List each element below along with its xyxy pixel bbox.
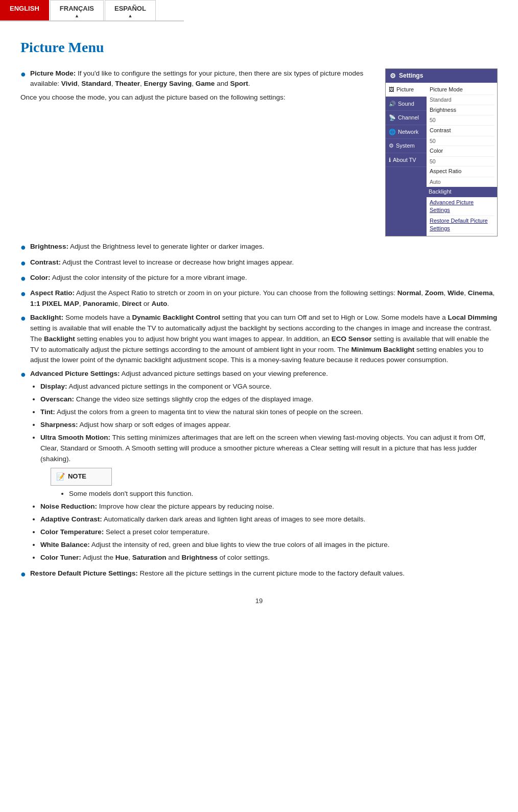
intro-text: ● Picture Mode: If you'd like to configu… xyxy=(20,68,375,108)
top-section: ● Picture Mode: If you'd like to configu… xyxy=(20,68,498,237)
backlight-text: Backlight: Some models have a Dynamic Ba… xyxy=(30,313,498,366)
lang-tab-english[interactable]: ENGLISH xyxy=(0,0,49,20)
body-section: ● Brightness: Adjust the Brightness leve… xyxy=(20,242,498,581)
about-tv-menu-icon: ℹ xyxy=(389,156,391,164)
lang-francais-arrow: ▲ xyxy=(60,14,94,18)
settings-menu-picture[interactable]: 🖼 Picture xyxy=(386,83,427,97)
note-label: NOTE xyxy=(68,471,86,482)
detail-restore-picture[interactable]: Restore Default Picture Settings xyxy=(430,216,494,234)
channel-menu-icon: 📡 xyxy=(389,113,396,122)
detail-color-val: 50 xyxy=(430,157,494,167)
note-box: 📝 NOTE xyxy=(51,468,112,486)
settings-menu-about-tv[interactable]: ℹ About TV xyxy=(386,153,427,168)
bullet-restore: ● Restore Default Picture Settings: Rest… xyxy=(20,568,498,581)
lang-espanol-label: ESPAÑOL xyxy=(114,5,146,12)
settings-menu-picture-label: Picture xyxy=(396,85,414,94)
sub-sharpness: Sharpness: Adjust how sharp or soft edge… xyxy=(40,420,498,431)
intro-bullet-picture-mode: ● Picture Mode: If you'd like to configu… xyxy=(20,68,375,90)
sub-noise-reduction: Noise Reduction: Improve how clear the p… xyxy=(40,501,498,512)
note-icon: 📝 xyxy=(56,471,65,483)
detail-backlight: Backlight xyxy=(427,187,497,197)
detail-picture-mode: Picture Mode xyxy=(430,85,494,95)
lang-francais-label: FRANÇAIS xyxy=(60,5,94,12)
advanced-sub-list: Display: Adjust advanced picture setting… xyxy=(40,381,498,563)
settings-detail: Picture Mode Standard Brightness 50 Cont… xyxy=(427,83,497,236)
sub-display: Display: Adjust advanced picture setting… xyxy=(40,381,498,392)
system-menu-icon: ⚙ xyxy=(389,141,394,150)
bullet-aspect-ratio: ● Aspect Ratio: Adjust the Aspect Ratio … xyxy=(20,288,498,309)
settings-menu-system[interactable]: ⚙ System xyxy=(386,139,427,153)
settings-menu-about-tv-label: About TV xyxy=(393,156,416,164)
lang-espanol-arrow: ▲ xyxy=(114,14,146,18)
main-content: Picture Menu ● Picture Mode: If you'd li… xyxy=(0,21,518,637)
settings-menu-system-label: System xyxy=(396,141,415,150)
sub-tint: Tint: Adjust the colors from a green to … xyxy=(40,407,498,418)
detail-contrast: Contrast xyxy=(430,126,494,136)
detail-aspect-ratio: Aspect Ratio xyxy=(430,166,494,177)
settings-menu-channel[interactable]: 📡 Channel xyxy=(386,111,427,125)
contrast-text: Contrast: Adjust the Contrast level to i… xyxy=(30,257,294,268)
settings-menu: 🖼 Picture 🔊 Sound 📡 Channel 🌐 Network xyxy=(386,83,427,236)
settings-menu-network-label: Network xyxy=(398,128,418,136)
settings-body: 🖼 Picture 🔊 Sound 📡 Channel 🌐 Network xyxy=(386,83,497,236)
sub-color-temp: Color Temperature: Select a preset color… xyxy=(40,527,498,538)
detail-brightness-val: 50 xyxy=(430,115,494,126)
bullet-dot: ● xyxy=(20,241,26,254)
network-menu-icon: 🌐 xyxy=(389,128,396,136)
gear-icon: ⚙ xyxy=(390,71,396,81)
sub-adaptive-contrast: Adaptive Contrast: Automatically darken … xyxy=(40,514,498,525)
intro-bullet-list: ● Picture Mode: If you'd like to configu… xyxy=(20,68,375,90)
sound-menu-icon: 🔊 xyxy=(389,100,396,108)
aspect-ratio-text: Aspect Ratio: Adjust the Aspect Ratio to… xyxy=(30,288,498,309)
sub-white-balance: White Balance: Adjust the intensity of r… xyxy=(40,540,498,551)
note-item-1: Some models don't support this function. xyxy=(69,489,498,499)
lang-english-label: ENGLISH xyxy=(10,5,39,12)
bullet-backlight: ● Backlight: Some models have a Dynamic … xyxy=(20,313,498,366)
brightness-text: Brightness: Adjust the Brightness level … xyxy=(30,242,264,252)
bullet-dot: ● xyxy=(20,257,26,270)
color-text: Color: Adjust the color intensity of the… xyxy=(30,273,247,283)
settings-menu-network[interactable]: 🌐 Network xyxy=(386,125,427,139)
detail-advanced-picture[interactable]: Advanced Picture Settings xyxy=(430,198,494,216)
sub-overscan: Overscan: Change the video size settings… xyxy=(40,394,498,405)
bullet-dot: ● xyxy=(20,312,26,325)
page-title: Picture Menu xyxy=(20,37,498,58)
picture-mode-text: Picture Mode: If you'd like to configure… xyxy=(30,68,375,90)
detail-standard: Standard xyxy=(430,95,494,105)
settings-menu-channel-label: Channel xyxy=(398,113,419,122)
main-bullet-list: ● Brightness: Adjust the Brightness leve… xyxy=(20,242,498,581)
lang-english-arrow xyxy=(10,14,39,18)
page-number: 19 xyxy=(20,596,498,616)
note-container: 📝 NOTE Some models don't support this fu… xyxy=(40,468,498,500)
note-items: Some models don't support this function. xyxy=(59,489,498,499)
restore-text: Restore Default Picture Settings: Restor… xyxy=(30,568,405,579)
lang-tab-espanol[interactable]: ESPAÑOL ▲ xyxy=(105,0,156,20)
bullet-dot: ● xyxy=(20,368,26,381)
sub-color-tuner: Color Tuner: Adjust the Hue, Saturation … xyxy=(40,553,498,563)
settings-menu-sound[interactable]: 🔊 Sound xyxy=(386,97,427,111)
bullet-dot: ● xyxy=(20,272,26,285)
language-tabs: ENGLISH FRANÇAIS ▲ ESPAÑOL ▲ xyxy=(0,0,184,21)
picture-menu-icon: 🖼 xyxy=(389,85,394,94)
bullet-brightness: ● Brightness: Adjust the Brightness leve… xyxy=(20,242,498,254)
settings-menu-sound-label: Sound xyxy=(398,100,414,108)
bullet-dot: ● xyxy=(20,68,26,81)
detail-aspect-ratio-val: Auto xyxy=(430,177,494,187)
bullet-advanced: ● Advanced Picture Settings: Adjust adva… xyxy=(20,369,498,565)
intro-paragraph: Once you choose the mode, you can adjust… xyxy=(20,92,375,103)
bullet-dot: ● xyxy=(20,288,26,300)
lang-tab-francais[interactable]: FRANÇAIS ▲ xyxy=(50,0,104,20)
detail-contrast-val: 50 xyxy=(430,136,494,147)
detail-brightness: Brightness xyxy=(430,105,494,115)
settings-panel: ⚙ Settings 🖼 Picture 🔊 Sound 📡 Channel xyxy=(385,68,498,237)
settings-title-bar: ⚙ Settings xyxy=(386,69,497,83)
sub-ultra-smooth: Ultra Smooth Motion: This setting minimi… xyxy=(40,433,498,499)
bullet-color: ● Color: Adjust the color intensity of t… xyxy=(20,273,498,285)
advanced-text: Advanced Picture Settings: Adjust advanc… xyxy=(30,369,498,565)
bullet-dot: ● xyxy=(20,568,26,581)
bullet-contrast: ● Contrast: Adjust the Contrast level to… xyxy=(20,257,498,270)
detail-color: Color xyxy=(430,146,494,156)
settings-title: Settings xyxy=(399,71,423,80)
